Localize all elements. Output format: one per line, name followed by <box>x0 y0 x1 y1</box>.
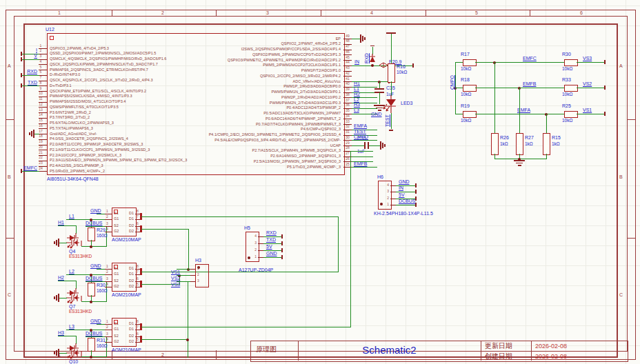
u12-part-number: AI8051U-34K64-QFN48 <box>47 176 99 181</box>
diode-icon[interactable] <box>379 62 388 68</box>
net-label-h3[interactable]: H3 <box>58 330 64 335</box>
net-label-dcbus[interactable]: DCBUS <box>399 199 416 203</box>
gate-resistor-body[interactable] <box>88 283 95 296</box>
r16-body[interactable] <box>388 63 395 83</box>
wire <box>494 62 495 134</box>
driver-ic-pin-number: 5 <box>137 228 139 231</box>
net-label-vs2[interactable]: VS2 <box>583 81 592 86</box>
u12-pin-label: P2.6/A14/MISO_2/PWM4P_3/QSPIIO1_3 <box>203 154 341 159</box>
net-label-i[interactable]: I <box>14 48 37 52</box>
driver-ic-pin-label: G1 <box>114 217 119 221</box>
net-label-5v[interactable]: 5V <box>399 192 405 197</box>
net-label-l2[interactable]: L2 <box>354 97 359 102</box>
u12-pin-number: 24 <box>36 167 46 170</box>
divider-resistor-body[interactable] <box>564 59 578 66</box>
u12-pin-label: Gnd/ADC_AGnd/ADC_Vref- <box>50 132 97 136</box>
net-label-v[interactable]: V <box>14 53 37 58</box>
ground-symbol <box>31 131 32 136</box>
resistor-designator: R29 <box>97 228 106 232</box>
pulldown-resistor-body[interactable] <box>491 133 499 155</box>
net-label-emfa[interactable]: EMFA <box>354 123 367 128</box>
driver-ic-pin-number: 4 <box>106 338 108 341</box>
transistor-part-number: ES313HKD <box>69 254 92 259</box>
wire <box>86 281 106 282</box>
net-label-vs3[interactable]: VS3 <box>171 282 180 287</box>
gate-resistor-body[interactable] <box>88 228 95 241</box>
net-label-gnd[interactable]: GND <box>90 263 101 268</box>
net-label-l1[interactable]: L1 <box>354 86 359 91</box>
pulldown-resistor-body[interactable] <box>516 133 523 155</box>
net-label-l1[interactable]: L1 <box>69 214 74 219</box>
u12-pin-number: 48 <box>343 39 352 43</box>
net-label-dcbus[interactable]: DCBUS <box>86 276 103 281</box>
wire <box>338 216 339 272</box>
net-label-vs1[interactable]: VS1 <box>583 108 592 112</box>
diode-icon[interactable] <box>369 54 376 63</box>
u12-pin-number: 4 <box>36 60 46 63</box>
u12-pin-number: 33 <box>343 120 352 123</box>
wire-end-marker <box>370 46 374 47</box>
net-label-emfc[interactable]: EMFC <box>14 165 37 170</box>
net-label-5v[interactable]: 5V <box>266 244 272 249</box>
net-label-in[interactable]: IN <box>354 59 359 64</box>
net-label-rxd-vertical[interactable]: RXD <box>364 53 369 63</box>
divider-resistor-body[interactable] <box>463 59 477 66</box>
divider-resistor-body[interactable] <box>463 85 477 92</box>
wire <box>34 134 39 134</box>
net-label-test-vertical[interactable]: TEST <box>385 114 390 127</box>
driver-ic-pin-label: S1 <box>114 322 119 326</box>
net-label-txd[interactable]: TXD <box>266 237 276 242</box>
net-label-vs1[interactable]: VS1 <box>171 270 180 274</box>
ground-symbol <box>518 165 521 166</box>
mosfet-icon[interactable] <box>66 232 83 248</box>
divider-resistor-body[interactable] <box>564 85 578 92</box>
net-label-l3[interactable]: L3 <box>69 324 74 329</box>
net-label-h2[interactable]: H2 <box>354 92 360 97</box>
updated-date-value: 2026-02-08 <box>535 343 567 350</box>
pulldown-resistor-body[interactable] <box>543 133 550 155</box>
frame-row-label: C <box>619 292 623 297</box>
net-label-gnd[interactable]: GND <box>371 112 382 117</box>
net-label-in[interactable]: IN <box>399 185 403 190</box>
mosfet-icon[interactable] <box>66 342 83 358</box>
net-label-h1[interactable]: H1 <box>58 220 64 225</box>
net-label-l2[interactable]: L2 <box>69 269 74 274</box>
net-label-h3[interactable]: H3 <box>354 102 360 107</box>
net-label-gnd[interactable]: GND <box>266 251 277 256</box>
divider-resistor-body[interactable] <box>463 111 477 118</box>
ground-symbol <box>29 132 30 135</box>
ground-symbol <box>362 36 363 41</box>
divider-resistor-body[interactable] <box>564 111 578 118</box>
net-label-rxd[interactable]: RXD <box>266 230 277 235</box>
gate-resistor-body[interactable] <box>88 338 95 352</box>
mosfet-icon[interactable] <box>66 287 83 303</box>
led-icon[interactable] <box>383 95 399 113</box>
wire-end-marker <box>415 190 417 194</box>
u12-pin-label: QSCK/PWM_ET0/PWM_ETI1/SCL_4/SCLK_4/INT0/… <box>50 90 146 94</box>
net-label-rxd[interactable]: RXD <box>14 69 37 74</box>
resistor-value: 10kΩ <box>562 67 572 72</box>
net-label-l3[interactable]: L3 <box>354 108 359 112</box>
net-label-emfb[interactable]: EMFB <box>523 81 536 86</box>
net-label-vs3[interactable]: VS3 <box>583 56 592 61</box>
connector-pin-number: 4 <box>385 183 389 187</box>
net-label-gnd[interactable]: GND <box>90 208 101 213</box>
net-label-dcbus[interactable]: DCBUS <box>86 221 103 225</box>
net-label-cmpo-vertical[interactable]: CMPO <box>450 75 454 90</box>
wire <box>58 336 77 336</box>
wire <box>21 59 39 60</box>
net-label-txd[interactable]: TXD <box>14 80 37 85</box>
net-label-dcbus[interactable]: DCBUS <box>86 331 103 336</box>
u12-pin-number: 1 <box>36 44 46 48</box>
resistor-value: 10kΩ <box>461 67 471 72</box>
net-label-gnd[interactable]: GND <box>399 179 410 184</box>
net-label-h2[interactable]: H2 <box>58 275 64 280</box>
resistor-designator: R31 <box>97 338 106 343</box>
net-label-vs2[interactable]: VS2 <box>171 276 180 281</box>
net-label-test[interactable]: TEST <box>354 129 366 134</box>
net-label-emfc[interactable]: EMFC <box>523 56 537 61</box>
driver-ic-pin-number: 2 <box>106 325 108 329</box>
net-label-gnd[interactable]: GND <box>90 318 101 323</box>
frame-tick <box>426 10 426 16</box>
u12-pin-label: I2SWS_2/QSPINCS/PWM3P/CCP1/SDA_2/SS/ADC4… <box>203 48 341 52</box>
